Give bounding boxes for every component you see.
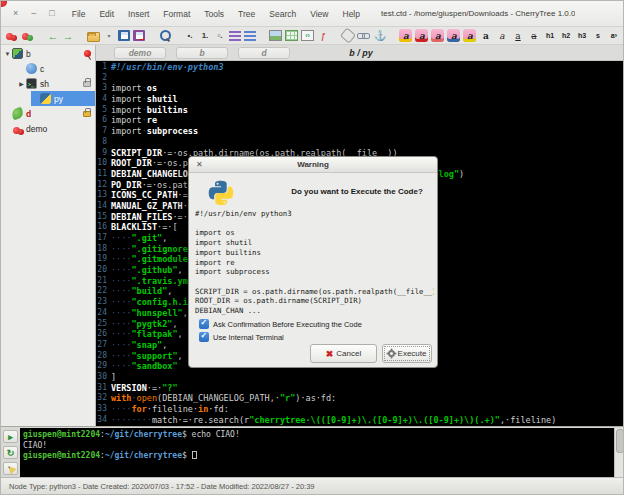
- line-number: 13: [96, 190, 111, 201]
- tree-node-b[interactable]: ▼ b: [3, 46, 95, 61]
- open-file-icon[interactable]: [87, 32, 100, 42]
- line-number: 6: [96, 115, 111, 126]
- new-subnode-icon[interactable]: [21, 29, 34, 42]
- save-as-icon[interactable]: [133, 30, 145, 41]
- format-clear-icon[interactable]: a: [415, 29, 428, 42]
- menu-help[interactable]: Help: [338, 7, 365, 21]
- tree-node-c[interactable]: c: [17, 61, 95, 76]
- bullet-list-icon[interactable]: •.: [184, 28, 196, 43]
- line-number: 11: [96, 169, 111, 180]
- todo-list-icon[interactable]: ▫.: [214, 28, 226, 43]
- line-number: 16: [96, 222, 111, 233]
- insert-codebox-icon[interactable]: [301, 30, 314, 41]
- tree-node-demo[interactable]: demo: [3, 121, 95, 136]
- tree-node-sh[interactable]: ▶ sh: [17, 76, 95, 91]
- tab-b[interactable]: b: [176, 47, 228, 59]
- menubar: × – □ File Edit Insert Format Tools Tree…: [1, 1, 624, 27]
- save-icon[interactable]: [118, 30, 130, 41]
- line-number: 34: [96, 415, 111, 426]
- h2-icon[interactable]: h2: [559, 29, 572, 42]
- execute-button[interactable]: Execute: [382, 344, 432, 363]
- go-forward-icon[interactable]: →: [62, 28, 74, 43]
- tree-node-d[interactable]: d: [3, 106, 95, 121]
- dialog-close-icon[interactable]: ✕: [196, 157, 203, 173]
- minimize-window-button[interactable]: –: [31, 9, 36, 18]
- terminal-line: giuspen@mint2204:~/git/cherrytree$ echo …: [23, 430, 611, 441]
- line-number: 15: [96, 212, 111, 223]
- insert-table-icon[interactable]: [285, 30, 298, 41]
- menu-items: File Edit Insert Format Tools Tree Searc…: [67, 7, 365, 21]
- superscript-icon[interactable]: aˢ: [607, 29, 620, 42]
- bold-icon[interactable]: a: [479, 29, 492, 42]
- line-number: 28: [96, 351, 111, 362]
- dialog-code-line: import builtins: [195, 248, 434, 258]
- line-number: 18: [96, 244, 111, 255]
- underline-icon[interactable]: a: [511, 29, 524, 42]
- terminal-line: CIAO!: [23, 441, 611, 452]
- menu-tree[interactable]: Tree: [233, 7, 260, 21]
- line-number: 21: [96, 276, 111, 287]
- line-number: 27: [96, 340, 111, 351]
- h3-icon[interactable]: h3: [575, 29, 588, 42]
- restart-terminal-button[interactable]: ↻: [3, 446, 18, 459]
- clear-terminal-button[interactable]: [3, 462, 18, 475]
- use-internal-terminal-checkbox[interactable]: Use Internal Terminal: [199, 332, 362, 342]
- h1-icon[interactable]: h1: [543, 29, 556, 42]
- go-back-icon[interactable]: ←: [47, 28, 59, 43]
- new-node-icon[interactable]: [5, 29, 18, 42]
- menu-format[interactable]: Format: [158, 7, 195, 21]
- expander-icon[interactable]: ▶: [17, 80, 26, 87]
- numbered-list-icon[interactable]: 1.: [199, 28, 211, 43]
- execute-code-button[interactable]: ▸: [3, 430, 18, 443]
- line-number: 10: [96, 158, 111, 169]
- menu-insert[interactable]: Insert: [123, 7, 154, 21]
- close-window-button[interactable]: ×: [13, 9, 18, 18]
- tree-panel[interactable]: ▼ b c ▶ sh: [1, 45, 96, 426]
- indent-left-icon[interactable]: [229, 31, 241, 41]
- dialog-titlebar[interactable]: ✕ Warning: [189, 157, 437, 173]
- tree-node-label: d: [26, 109, 31, 119]
- line-number: 5: [96, 105, 111, 116]
- tab-d[interactable]: d: [238, 47, 290, 59]
- code-line: 7 import·subprocess: [96, 126, 623, 137]
- terminal-output[interactable]: giuspen@mint2204:~/git/cherrytree$ echo …: [20, 428, 614, 478]
- terminal-scrollbar[interactable]: [614, 428, 624, 478]
- bg-color-icon[interactable]: a: [447, 29, 460, 42]
- attach-file-icon[interactable]: [340, 27, 356, 43]
- small-icon[interactable]: s: [591, 29, 604, 42]
- code-line: 30 ]: [96, 372, 623, 383]
- tree-node-py[interactable]: py: [31, 91, 95, 106]
- highlight-icon[interactable]: a: [463, 29, 476, 42]
- code-line: 33 ····for·fileline·in·fd:: [96, 404, 623, 415]
- menu-tools[interactable]: Tools: [199, 7, 229, 21]
- insert-link-icon[interactable]: [357, 30, 371, 41]
- open-file-caret-icon[interactable]: ▾: [103, 28, 115, 43]
- italic-icon[interactable]: a: [495, 29, 508, 42]
- insert-anchor-icon[interactable]: ⚓: [374, 28, 386, 43]
- menu-view[interactable]: View: [305, 7, 333, 21]
- menu-edit[interactable]: Edit: [94, 7, 119, 21]
- find-icon[interactable]: [158, 29, 171, 42]
- checkbox-checked-icon[interactable]: [199, 332, 209, 342]
- tab-demo[interactable]: demo: [114, 47, 166, 59]
- ask-confirmation-checkbox[interactable]: Ask Confirmation Before Executing the Co…: [199, 319, 362, 329]
- strikethrough-icon[interactable]: a: [527, 29, 540, 42]
- dialog-question: Do you want to Execute the Code?: [281, 187, 433, 196]
- terminal-line: giuspen@mint2204:~/git/cherrytree$: [23, 451, 611, 462]
- menu-search[interactable]: Search: [264, 7, 301, 21]
- insert-formula-icon[interactable]: ƒ: [317, 28, 329, 43]
- lock-icon: [83, 81, 91, 87]
- menu-file[interactable]: File: [67, 7, 91, 21]
- insert-image-icon[interactable]: [269, 30, 282, 41]
- fg-color-icon[interactable]: a: [431, 29, 444, 42]
- checkbox-checked-icon[interactable]: [199, 319, 209, 329]
- dialog-code-line: SCRIPT_DIR = os.path.dirname(os.path.rea…: [195, 287, 434, 297]
- format-latest-icon[interactable]: a: [399, 29, 412, 42]
- separator: [37, 28, 44, 43]
- expander-icon[interactable]: ▼: [3, 51, 12, 57]
- maximize-window-button[interactable]: □: [49, 9, 54, 18]
- indent-right-icon[interactable]: [244, 31, 256, 41]
- line-number: 19: [96, 254, 111, 265]
- cancel-button[interactable]: ✖ Cancel: [310, 344, 377, 363]
- cherrytree-window: × – □ File Edit Insert Format Tools Tree…: [0, 0, 624, 495]
